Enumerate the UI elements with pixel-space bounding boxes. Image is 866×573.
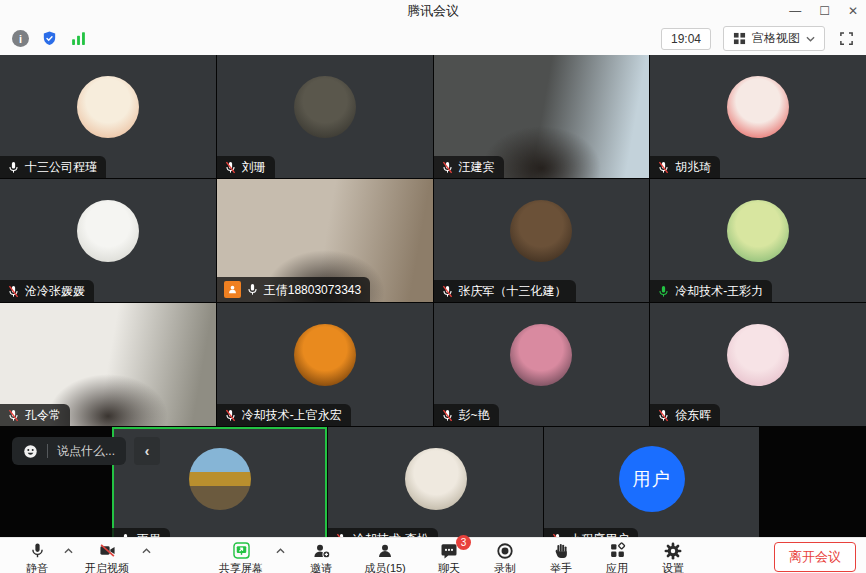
participant-name: 刘珊 xyxy=(242,160,266,174)
mute-button[interactable]: 静音 xyxy=(14,541,60,573)
mic-muted-icon xyxy=(224,161,237,174)
shield-icon[interactable] xyxy=(41,30,58,47)
microphone-icon xyxy=(29,541,46,560)
fullscreen-icon[interactable] xyxy=(839,31,854,46)
participant-tile[interactable]: 孔令常 xyxy=(0,303,216,426)
meeting-timer: 19:04 xyxy=(661,28,711,50)
avatar xyxy=(77,200,139,262)
members-icon xyxy=(376,541,394,560)
grid-view-icon xyxy=(733,32,746,45)
participant-name: 汪建宾 xyxy=(459,160,495,174)
video-options-caret[interactable] xyxy=(138,541,154,560)
share-options-caret[interactable] xyxy=(272,541,288,560)
title-bar: 腾讯会议 — ☐ ✕ xyxy=(0,0,866,22)
participant-tile[interactable]: 刘珊 xyxy=(217,55,433,178)
avatar xyxy=(727,76,789,138)
tool-label: 共享屏幕 xyxy=(219,561,263,573)
mic-muted-icon xyxy=(7,285,20,298)
participant-tile[interactable]: 胡兆琦 xyxy=(650,55,866,178)
chat-button[interactable]: 3 聊天 xyxy=(426,541,472,573)
participant-tile[interactable]: 沧冷张媛媛 xyxy=(0,179,216,302)
mic-muted-icon xyxy=(441,161,454,174)
tool-label: 应用 xyxy=(606,561,628,573)
chat-collapse-button[interactable]: ‹ xyxy=(134,437,160,465)
record-button[interactable]: 录制 xyxy=(482,541,528,573)
participant-name-label: 冷却技术-王彩力 xyxy=(650,280,772,302)
grid-row-4: 雨思冷却技术-李松用户小程序用户 xyxy=(112,427,866,537)
mic-muted-icon xyxy=(224,409,237,422)
host-badge-icon xyxy=(224,281,241,298)
avatar xyxy=(727,324,789,386)
view-mode-button[interactable]: 宫格视图 xyxy=(723,26,825,51)
participant-name-label: 雨思 xyxy=(112,528,170,537)
info-icon[interactable]: i xyxy=(12,30,29,47)
chat-placeholder: 说点什么... xyxy=(57,443,115,460)
bottom-toolbar: 静音 开启视频 共享屏幕 邀请 xyxy=(0,537,866,573)
share-screen-button[interactable]: 共享屏幕 xyxy=(210,541,272,573)
participant-name: 孔令常 xyxy=(25,408,61,422)
participant-name: 张庆军（十三化建） xyxy=(459,284,567,298)
participant-name-label: 孔令常 xyxy=(0,404,70,426)
avatar xyxy=(405,448,467,510)
record-icon xyxy=(496,541,514,560)
participant-name-label: 十三公司程瑾 xyxy=(0,156,106,178)
participant-name-label: 冷却技术-李松 xyxy=(328,528,438,537)
tool-label: 举手 xyxy=(550,561,572,573)
tool-label: 成员(15) xyxy=(364,561,406,573)
settings-icon xyxy=(664,541,682,560)
mic-muted-icon xyxy=(441,409,454,422)
tencent-meeting-window: 腾讯会议 — ☐ ✕ i 19:04 宫格视图 十三公司程瑾刘 xyxy=(0,0,866,573)
maximize-button[interactable]: ☐ xyxy=(819,5,830,17)
avatar xyxy=(294,76,356,138)
participant-tile[interactable]: 十三公司程瑾 xyxy=(0,55,216,178)
chat-input[interactable]: 说点什么... xyxy=(12,437,126,465)
participant-tile[interactable]: 冷却技术-王彩力 xyxy=(650,179,866,302)
participant-tile[interactable]: 汪建宾 xyxy=(434,55,650,178)
mic-muted-icon xyxy=(7,409,20,422)
settings-button[interactable]: 设置 xyxy=(650,541,696,573)
smiley-icon[interactable] xyxy=(23,444,38,459)
leave-meeting-button[interactable]: 离开会议 xyxy=(774,542,856,572)
share-screen-icon xyxy=(232,541,251,560)
chat-bar: 说点什么... ‹ xyxy=(12,437,160,465)
members-button[interactable]: 成员(15) xyxy=(354,541,416,573)
participant-grid: 十三公司程瑾刘珊汪建宾胡兆琦 沧冷张媛媛王倩18803073343张庆军（十三化… xyxy=(0,55,866,537)
signal-icon[interactable] xyxy=(70,30,87,47)
participant-name-label: 徐东晖 xyxy=(650,404,720,426)
mute-options-caret[interactable] xyxy=(60,541,76,560)
raise-hand-button[interactable]: 举手 xyxy=(538,541,584,573)
mic-active-icon xyxy=(657,285,670,298)
avatar xyxy=(77,76,139,138)
tool-label: 录制 xyxy=(494,561,516,573)
start-video-button[interactable]: 开启视频 xyxy=(76,541,138,573)
participant-name-label: 王倩18803073343 xyxy=(217,277,370,302)
participant-name: 沧冷张媛媛 xyxy=(25,284,85,298)
raise-hand-icon xyxy=(553,541,570,560)
participant-name: 冷却技术-王彩力 xyxy=(675,284,763,298)
participant-tile[interactable]: 冷却技术-上官永宏 xyxy=(217,303,433,426)
participant-name: 冷却技术-上官永宏 xyxy=(242,408,342,422)
close-button[interactable]: ✕ xyxy=(848,5,858,17)
participant-tile[interactable]: 张庆军（十三化建） xyxy=(434,179,650,302)
avatar xyxy=(294,324,356,386)
invite-icon xyxy=(312,541,331,560)
participant-tile[interactable]: 徐东晖 xyxy=(650,303,866,426)
participant-tile[interactable]: 彭~艳 xyxy=(434,303,650,426)
mic-muted-icon xyxy=(657,161,670,174)
tool-label: 邀请 xyxy=(310,561,332,573)
grid-row-2: 沧冷张媛媛王倩18803073343张庆军（十三化建）冷却技术-王彩力 xyxy=(0,179,866,302)
participant-name: 徐东晖 xyxy=(675,408,711,422)
minimize-button[interactable]: — xyxy=(789,5,801,17)
window-title: 腾讯会议 xyxy=(407,2,459,20)
participant-tile[interactable]: 冷却技术-李松 xyxy=(328,427,543,537)
divider xyxy=(47,444,48,458)
participant-name-label: 刘珊 xyxy=(217,156,275,178)
participant-tile[interactable]: 用户小程序用户 xyxy=(544,427,759,537)
participant-name: 彭~艳 xyxy=(459,408,490,422)
apps-button[interactable]: 应用 xyxy=(594,541,640,573)
mic-muted-icon xyxy=(657,409,670,422)
invite-button[interactable]: 邀请 xyxy=(298,541,344,573)
apps-icon xyxy=(609,541,626,560)
participant-tile[interactable]: 王倩18803073343 xyxy=(217,179,433,302)
mic-muted-icon xyxy=(441,285,454,298)
